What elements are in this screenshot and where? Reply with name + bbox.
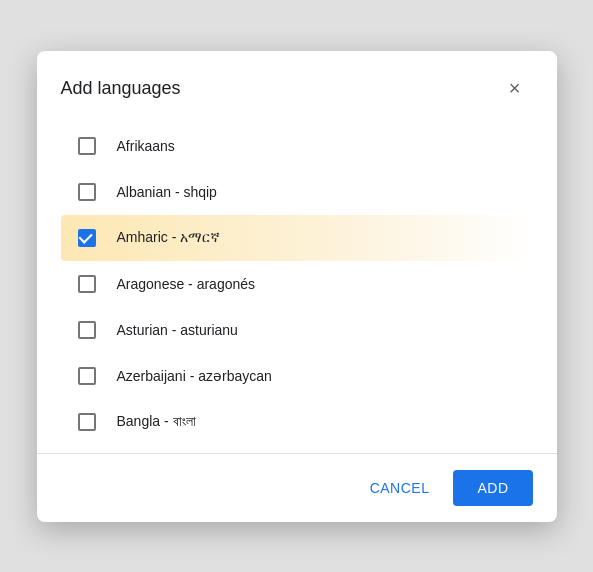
list-item[interactable]: Asturian - asturianu: [61, 307, 533, 353]
language-label: Albanian - shqip: [117, 184, 217, 200]
language-label: Bangla - বাংলা: [117, 413, 196, 430]
language-label: Asturian - asturianu: [117, 322, 238, 338]
checkbox-bangla[interactable]: [78, 413, 96, 431]
dialog-title: Add languages: [61, 78, 181, 99]
checkbox-aragonese[interactable]: [78, 275, 96, 293]
list-item[interactable]: Albanian - shqip: [61, 169, 533, 215]
checkbox-amharic[interactable]: [78, 229, 96, 247]
dialog-header: Add languages ×: [37, 51, 557, 123]
language-list: AfrikaansAlbanian - shqipAmharic - አማርኛA…: [37, 123, 557, 445]
list-item[interactable]: Amharic - አማርኛ: [61, 215, 533, 261]
add-languages-dialog: Add languages × AfrikaansAlbanian - shqi…: [37, 51, 557, 522]
checkbox-azerbaijani[interactable]: [78, 367, 96, 385]
add-button[interactable]: ADD: [453, 470, 532, 506]
cancel-button[interactable]: CANCEL: [354, 470, 446, 506]
list-item[interactable]: Afrikaans: [61, 123, 533, 169]
language-label: Azerbaijani - azərbaycan: [117, 368, 272, 384]
language-label: Amharic - አማርኛ: [117, 229, 221, 246]
list-item[interactable]: Bangla - বাংলা: [61, 399, 533, 445]
checkbox-asturian[interactable]: [78, 321, 96, 339]
close-button[interactable]: ×: [497, 71, 533, 107]
language-label: Afrikaans: [117, 138, 175, 154]
list-item[interactable]: Aragonese - aragonés: [61, 261, 533, 307]
checkbox-albanian[interactable]: [78, 183, 96, 201]
list-item[interactable]: Azerbaijani - azərbaycan: [61, 353, 533, 399]
language-label: Aragonese - aragonés: [117, 276, 256, 292]
checkbox-afrikaans[interactable]: [78, 137, 96, 155]
dialog-footer: CANCEL ADD: [37, 453, 557, 522]
dialog-overlay: Add languages × AfrikaansAlbanian - shqi…: [0, 0, 593, 572]
